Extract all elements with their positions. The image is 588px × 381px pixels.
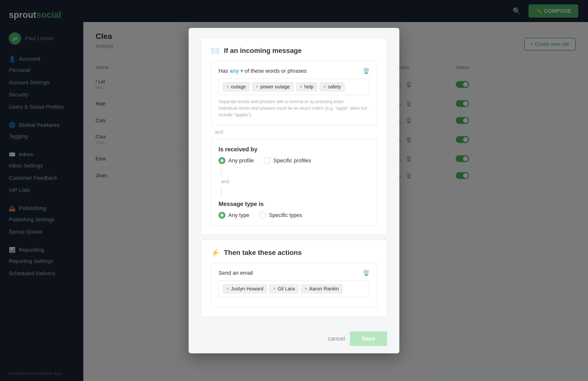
email-icon: ✉️ — [211, 47, 220, 55]
lightning-icon: ⚡ — [211, 249, 220, 257]
tag-label: outage — [231, 84, 246, 90]
modal-overlay: ✉️ If an incoming message Has any ▾ of t… — [0, 0, 588, 381]
email-card-delete-icon[interactable]: 🗑️ — [363, 270, 369, 276]
then-section-card: ⚡ Then take these actions Send an email … — [201, 240, 387, 317]
tags-hint: Separate words and phrases with a comma … — [219, 99, 369, 118]
vertical-divider-2 — [221, 188, 221, 196]
recipient-label: Justyn Howard — [231, 286, 263, 292]
words-card-title: Has any ▾ of these words or phrases — [219, 68, 307, 74]
any-profile-option[interactable]: Any profile — [219, 157, 254, 164]
specific-types-radio[interactable] — [259, 212, 266, 219]
tag-remove-icon[interactable]: × — [256, 84, 258, 89]
email-card: Send an email 🗑️ × Justyn Howard × Gil L… — [211, 263, 377, 308]
tag-remove-icon[interactable]: × — [323, 84, 326, 89]
words-card: Has any ▾ of these words or phrases 🗑️ × — [211, 61, 377, 125]
tag-remove-icon[interactable]: × — [273, 286, 276, 291]
tags-input[interactable]: × outage × power outage × help × — [219, 79, 369, 95]
specific-types-option[interactable]: Specific types — [259, 212, 302, 219]
specific-types-label: Specific types — [269, 212, 302, 219]
has-label: Has — [219, 68, 228, 74]
tag-remove-icon[interactable]: × — [305, 286, 307, 291]
email-card-title: Send an email — [219, 270, 253, 276]
tag-remove-icon[interactable]: × — [226, 84, 229, 89]
message-type-section: Message type is Any type Specific types — [219, 201, 369, 219]
tag-label: power outage — [260, 84, 290, 90]
tag-outage: × outage — [223, 82, 250, 91]
message-type-title: Message type is — [219, 201, 369, 207]
specific-profiles-label: Specific profiles — [273, 158, 311, 164]
tag-remove-icon[interactable]: × — [300, 84, 302, 89]
any-type-option[interactable]: Any type — [219, 212, 250, 219]
tag-label: safety — [328, 84, 341, 90]
specific-profiles-radio[interactable] — [264, 157, 271, 164]
profile-radio-group: Any profile Specific profiles — [219, 157, 369, 164]
recipient-label: Gil Lara — [278, 286, 295, 292]
any-type-label: Any type — [228, 212, 250, 219]
and-inline: and — [221, 179, 369, 184]
if-section-card: ✉️ If an incoming message Has any ▾ of t… — [201, 38, 387, 235]
chevron-down-icon: ▾ — [240, 68, 243, 74]
any-type-radio[interactable] — [219, 212, 225, 219]
recipient-label: Aaron Rankin — [309, 286, 339, 292]
then-section-title: Then take these actions — [224, 249, 302, 257]
message-type-radio-group: Any type Specific types — [219, 212, 369, 219]
if-section-title: If an incoming message — [224, 47, 302, 55]
words-suffix: of these words or phrases — [245, 68, 307, 74]
tag-safety: × safety — [320, 82, 345, 91]
any-profile-radio[interactable] — [219, 157, 225, 164]
recipient-aaron: × Aaron Rankin — [301, 284, 342, 293]
tag-help: × help — [296, 82, 317, 91]
any-profile-label: Any profile — [228, 158, 254, 164]
words-card-delete-icon[interactable]: 🗑️ — [363, 68, 369, 74]
recipient-gil: × Gil Lara — [270, 284, 299, 293]
any-dropdown[interactable]: any ▾ — [230, 68, 245, 74]
tag-power-outage: × power outage — [252, 82, 294, 91]
received-by-title: Is received by — [219, 146, 369, 153]
email-recipients-input[interactable]: × Justyn Howard × Gil Lara × Aaron Ranki… — [219, 281, 369, 297]
save-button[interactable]: Save — [350, 331, 387, 346]
tag-remove-icon[interactable]: × — [226, 286, 229, 291]
modal-footer: cancel Save — [189, 324, 399, 353]
cancel-button[interactable]: cancel — [328, 335, 345, 342]
received-by-card: Is received by Any profile Specific prof… — [211, 139, 377, 226]
modal-dialog: ✉️ If an incoming message Has any ▾ of t… — [189, 28, 399, 353]
tag-label: help — [304, 84, 314, 90]
and-separator-1: and — [211, 125, 377, 139]
recipient-justyn: × Justyn Howard — [223, 284, 267, 293]
specific-profiles-option[interactable]: Specific profiles — [264, 157, 311, 164]
vertical-divider — [221, 167, 221, 175]
